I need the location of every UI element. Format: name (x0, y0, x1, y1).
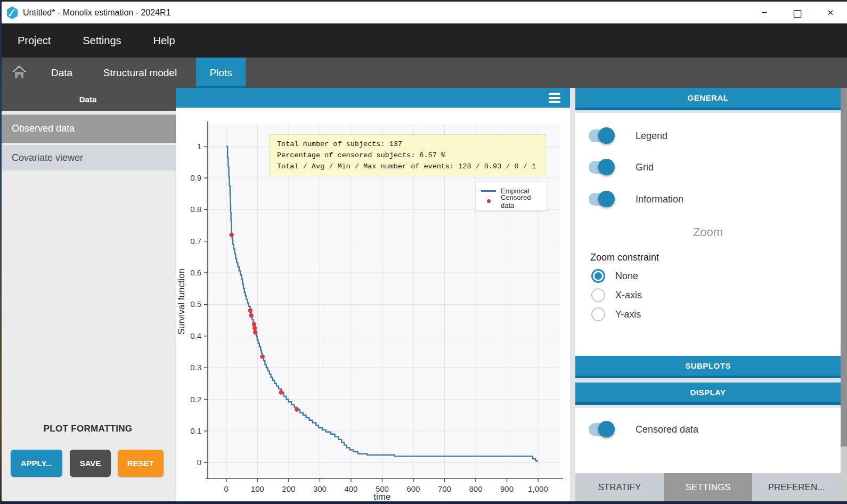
svg-text:0.1: 0.1 (190, 426, 201, 435)
svg-text:0.9: 0.9 (190, 173, 201, 182)
window-title: Untitled* - Monolix estimation - 2024R1 (23, 8, 170, 18)
svg-text:0.7: 0.7 (190, 237, 201, 246)
svg-text:0: 0 (224, 484, 229, 493)
tab-settings[interactable]: SETTINGS (664, 473, 752, 501)
svg-text:0.4: 0.4 (190, 331, 201, 340)
svg-text:1,000: 1,000 (528, 484, 548, 493)
monolix-app-icon (6, 6, 18, 19)
menu-project[interactable]: Project (18, 35, 51, 47)
radio-y-axis[interactable] (591, 307, 605, 321)
sidebar-item-covariate-viewer[interactable]: Covariate viewer (0, 145, 176, 170)
maximize-button[interactable]: □ (781, 2, 814, 23)
panel-scrollbar-thumb[interactable] (841, 88, 847, 446)
plot-formatting-title: PLOT FORMATTING (0, 424, 176, 434)
zoom-section-title: Zoom (575, 225, 841, 239)
plot-legend: Empirical Censored data (476, 182, 547, 211)
close-button[interactable]: ✕ (814, 2, 847, 23)
desktop-top-edge (0, 0, 847, 2)
tab-preferences[interactable]: PREFEREN... (752, 473, 841, 501)
tab-stratify[interactable]: STRATIFY (575, 473, 664, 501)
radio-none[interactable] (591, 269, 605, 283)
sidebar-item-observed-data[interactable]: Observed data (0, 115, 176, 143)
menubar: Project Settings Help (0, 23, 847, 58)
svg-text:200: 200 (282, 484, 295, 493)
information-toggle-row: Information (589, 193, 683, 206)
subplots-section-header[interactable]: SUBPLOTS (575, 356, 841, 378)
apply-button[interactable]: APPLY... (11, 450, 62, 477)
radio-x-axis[interactable] (591, 288, 605, 302)
tab-structural-model[interactable]: Structural model (95, 58, 185, 88)
svg-text:300: 300 (313, 484, 327, 493)
chart-header-bar (176, 88, 570, 108)
desktop-edge (0, 0, 2, 504)
svg-text:800: 800 (469, 484, 482, 493)
grid-toggle[interactable] (589, 161, 613, 174)
minimize-button[interactable]: ─ (748, 2, 781, 23)
titlebar: Untitled* - Monolix estimation - 2024R1 … (0, 2, 847, 23)
panel-divider (570, 88, 575, 504)
home-icon[interactable] (12, 65, 27, 79)
zoom-constraint-yaxis-row: Y-axis (591, 307, 641, 321)
hamburger-menu-icon[interactable] (549, 93, 560, 103)
svg-text:0.2: 0.2 (190, 395, 201, 404)
svg-text:0.6: 0.6 (190, 268, 201, 277)
window-bottom-border (0, 501, 847, 504)
svg-text:Survival function: Survival function (176, 269, 186, 335)
sidebar-section-header: Data (0, 88, 176, 111)
display-section-header[interactable]: DISPLAY (575, 383, 841, 405)
info-line-2: Percentage of censored subjects: 6.57 % (277, 151, 445, 159)
svg-text:400: 400 (344, 484, 357, 493)
censored-data-toggle-row: Censored data (589, 423, 698, 436)
main-tabstrip: Data Structural model Plots (0, 58, 847, 88)
panel-footer-tabs: STRATIFY SETTINGS PREFEREN... (575, 473, 841, 501)
svg-text:0.5: 0.5 (190, 299, 201, 308)
legend-toggle[interactable] (589, 129, 613, 142)
panel-scrollbar[interactable] (841, 88, 847, 504)
menu-help[interactable]: Help (153, 35, 175, 47)
information-toggle[interactable] (589, 193, 613, 206)
plot-info-box: Total number of subjects: 137 Percentage… (269, 134, 546, 176)
settings-panel: GENERAL Legend Grid Information Zoom Zoo… (575, 88, 841, 504)
censored-dot-swatch (481, 199, 496, 203)
empirical-line-swatch (481, 190, 496, 192)
reset-button[interactable]: RESET (118, 450, 164, 477)
display-section-body (575, 408, 841, 473)
legend-toggle-row: Legend (589, 129, 667, 142)
tab-data[interactable]: Data (43, 58, 81, 88)
svg-text:900: 900 (500, 484, 514, 493)
grid-toggle-row: Grid (589, 161, 654, 174)
svg-text:1: 1 (197, 142, 201, 151)
svg-text:100: 100 (251, 484, 264, 493)
svg-text:time: time (373, 492, 390, 502)
zoom-constraint-none-row: None (591, 269, 638, 283)
save-button[interactable]: SAVE (70, 450, 111, 477)
info-line-1: Total number of subjects: 137 (277, 140, 402, 148)
chart-region: 00.10.20.30.40.50.60.70.80.9101002003004… (176, 88, 570, 504)
svg-text:0.3: 0.3 (190, 363, 201, 372)
tab-plots[interactable]: Plots (196, 58, 246, 88)
zoom-constraint-xaxis-row: X-axis (591, 288, 642, 302)
svg-text:700: 700 (438, 484, 451, 493)
general-section-header[interactable]: GENERAL (575, 88, 841, 110)
legend-item-censored: Censored data (481, 196, 542, 206)
menu-settings[interactable]: Settings (83, 35, 121, 47)
info-line-3: Total / Avg / Min / Max number of events… (277, 162, 536, 170)
plots-sidebar: Data Observed data Covariate viewer PLOT… (0, 88, 176, 504)
svg-text:0.8: 0.8 (190, 205, 201, 214)
svg-text:0: 0 (197, 458, 201, 467)
svg-text:600: 600 (406, 484, 420, 493)
zoom-constraint-label: Zoom constraint (590, 252, 659, 263)
censored-data-toggle[interactable] (589, 423, 613, 436)
